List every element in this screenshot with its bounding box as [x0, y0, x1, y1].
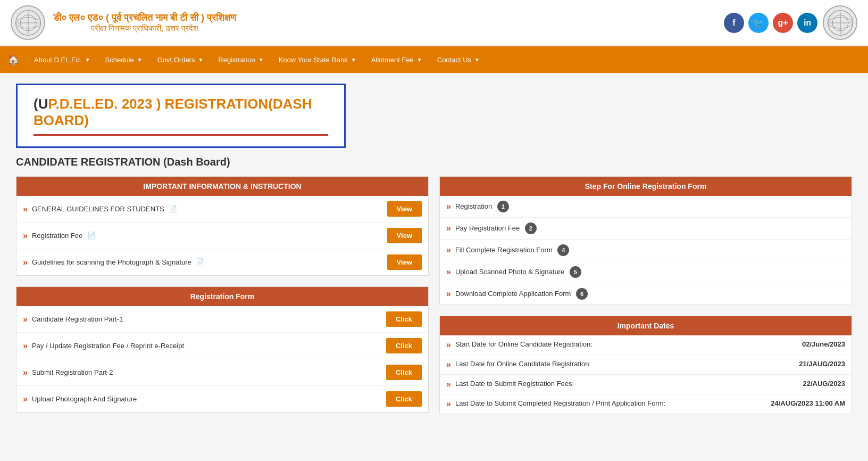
- linkedin-icon[interactable]: in: [797, 13, 817, 33]
- step-row-5: » Download Complete Application Form 6: [440, 283, 852, 304]
- nav-registration[interactable]: Registration ▼: [211, 48, 271, 71]
- step-num-3: 4: [557, 244, 569, 256]
- view-btn-3[interactable]: View: [387, 254, 422, 270]
- date-row-2: » Last Date for Online Candidate Registr…: [440, 355, 852, 375]
- reg-row-3: » Submit Registration Part-2 Click: [16, 359, 428, 386]
- step-arrow-5: »: [446, 289, 451, 299]
- facebook-icon[interactable]: f: [724, 13, 744, 33]
- nav-allotment[interactable]: Allotment Fee ▼: [364, 48, 430, 71]
- right-column: Step For Online Registration Form » Regi…: [439, 176, 852, 414]
- info-row-3: » Guidelines for scanning the Photograph…: [16, 249, 428, 275]
- header-title: डी० एल० एड० ( पूर्व प्रचलित नाम बी टी सी…: [53, 12, 236, 33]
- info-row-2: » Registration Fee 📄 View: [16, 223, 428, 249]
- date-row-3-value: 22/AUG/2023: [776, 380, 845, 388]
- reg-arrow-4: »: [23, 394, 28, 404]
- arrow-icon-1: »: [23, 204, 28, 214]
- nav-about[interactable]: About D.EL.Ed. ▼: [27, 48, 98, 71]
- hero-section: (UP.D.EL.ED. 2023 ) REGISTRATION(DASH BO…: [0, 73, 868, 148]
- step-num-4: 5: [570, 266, 581, 278]
- hindi-title-main: डी० एल० एड० ( पूर्व प्रचलित नाम बी टी सी…: [53, 12, 236, 23]
- step-num-2: 2: [525, 223, 537, 234]
- date-row-1-label: Start Date for Online Candidate Registra…: [455, 340, 776, 348]
- nav-govt-label: Govt.Orders: [157, 56, 195, 64]
- step-row-1: » Registration 1: [440, 196, 852, 218]
- step-row-4-text: Upload Scanned Photo & Signature 5: [455, 266, 845, 278]
- page-main-title: (UP.D.EL.ED. 2023 ) REGISTRATION(DASH BO…: [34, 96, 328, 129]
- reg-row-3-text: Submit Registration Part-2: [32, 368, 386, 376]
- date-row-1: » Start Date for Online Candidate Regist…: [440, 335, 852, 355]
- nav-state-rank[interactable]: Know Your State Rank ▼: [271, 48, 364, 71]
- view-btn-2[interactable]: View: [387, 228, 422, 243]
- info-card-header: IMPORTANT INFORMATION & INSTRUCTION: [16, 177, 428, 196]
- step-arrow-1: »: [446, 202, 451, 211]
- info-row-1-text: GENERAL GUIDELINES FOR STUDENTS 📄: [32, 205, 387, 213]
- reg-arrow-3: »: [23, 368, 28, 377]
- reg-arrow-1: »: [23, 315, 28, 324]
- info-row-2-text: Registration Fee 📄: [32, 232, 387, 240]
- main-content: CANDIDATE REGISTRATION (Dash Board) IMPO…: [0, 148, 868, 430]
- header-right: f 🐦 g+ in: [724, 5, 857, 40]
- nav-contact-label: Contact Us: [437, 56, 471, 64]
- title-box: (UP.D.EL.ED. 2023 ) REGISTRATION(DASH BO…: [16, 84, 346, 148]
- social-icons-group: f 🐦 g+ in: [724, 13, 817, 33]
- step-row-2: » Pay Registration Fee 2: [440, 218, 852, 240]
- logo-right: [823, 5, 857, 40]
- title-colored: P.D.EL.ED. 2023 ) REGISTRATION(DASH BOAR…: [34, 96, 312, 128]
- pdf-icon-2: 📄: [87, 232, 96, 240]
- reg-form-card-header: Registration Form: [16, 287, 428, 306]
- nav-allotment-arrow: ▼: [417, 57, 422, 63]
- date-arrow-1: »: [446, 340, 451, 350]
- arrow-icon-3: »: [23, 258, 28, 267]
- reg-form-card: Registration Form » Candidate Registrati…: [16, 286, 429, 413]
- reg-row-4-text: Upload Photograph And Signature: [32, 395, 386, 403]
- step-num-5: 6: [576, 288, 588, 300]
- date-arrow-4: »: [446, 399, 451, 409]
- view-btn-1[interactable]: View: [387, 201, 422, 217]
- nav-govt-arrow: ▼: [198, 57, 203, 63]
- reg-row-1-text: Candidate Registration Part-1: [32, 315, 386, 323]
- date-row-4-value: 24/AUG/2023 11:00 AM: [771, 399, 845, 407]
- nav-rank-label: Know Your State Rank: [279, 56, 348, 64]
- pdf-icon-3: 📄: [196, 258, 204, 266]
- info-row-3-text: Guidelines for scanning the Photograph &…: [32, 258, 387, 266]
- click-btn-4[interactable]: Click: [386, 391, 422, 407]
- nav-allotment-label: Allotment Fee: [371, 56, 414, 64]
- date-arrow-2: »: [446, 360, 451, 369]
- date-row-2-value: 21/JAUG/2023: [776, 360, 845, 368]
- dates-card: Important Dates » Start Date for Online …: [439, 316, 852, 414]
- twitter-icon[interactable]: 🐦: [748, 13, 769, 33]
- logo-left: [11, 5, 45, 40]
- step-arrow-3: »: [446, 245, 451, 255]
- nav-schedule-label: Schedule: [105, 56, 134, 64]
- date-row-4-label: Last Date to Submit Completed Registrati…: [455, 399, 771, 407]
- step-row-5-text: Download Complete Application Form 6: [455, 288, 845, 300]
- steps-card-body: » Registration 1 » Pay Registration Fee …: [440, 196, 852, 304]
- date-row-1-value: 02/June/2023: [776, 340, 845, 348]
- reg-form-card-body: » Candidate Registration Part-1 Click » …: [16, 306, 428, 412]
- click-btn-1[interactable]: Click: [386, 311, 422, 327]
- info-card-body: » GENERAL GUIDELINES FOR STUDENTS 📄 View…: [16, 196, 428, 275]
- header-left: डी० एल० एड० ( पूर्व प्रचलित नाम बी टी सी…: [11, 5, 236, 40]
- title-prefix: (U: [34, 96, 48, 112]
- click-btn-2[interactable]: Click: [386, 338, 422, 353]
- nav-schedule-arrow: ▼: [137, 57, 143, 63]
- nav-home[interactable]: 🏠: [0, 46, 27, 73]
- step-num-1: 1: [497, 201, 509, 212]
- steps-card-header: Step For Online Registration Form: [440, 177, 852, 196]
- nav-reg-arrow: ▼: [258, 57, 264, 63]
- nav-govt-orders[interactable]: Govt.Orders ▼: [150, 48, 211, 71]
- two-column-layout: IMPORTANT INFORMATION & INSTRUCTION » GE…: [16, 176, 852, 414]
- click-btn-3[interactable]: Click: [386, 365, 422, 380]
- google-plus-icon[interactable]: g+: [773, 13, 793, 33]
- reg-arrow-2: »: [23, 341, 28, 351]
- steps-card: Step For Online Registration Form » Regi…: [439, 176, 852, 305]
- date-row-2-label: Last Date for Online Candidate Registrat…: [455, 360, 776, 368]
- nav-contact[interactable]: Contact Us ▼: [430, 48, 487, 71]
- left-column: IMPORTANT INFORMATION & INSTRUCTION » GE…: [16, 176, 429, 414]
- nav-schedule[interactable]: Schedule ▼: [98, 48, 150, 71]
- nav-contact-arrow: ▼: [474, 57, 480, 63]
- dates-card-body: » Start Date for Online Candidate Regist…: [440, 335, 852, 414]
- nav-reg-label: Registration: [218, 56, 255, 64]
- step-arrow-2: »: [446, 224, 451, 233]
- date-arrow-3: »: [446, 380, 451, 389]
